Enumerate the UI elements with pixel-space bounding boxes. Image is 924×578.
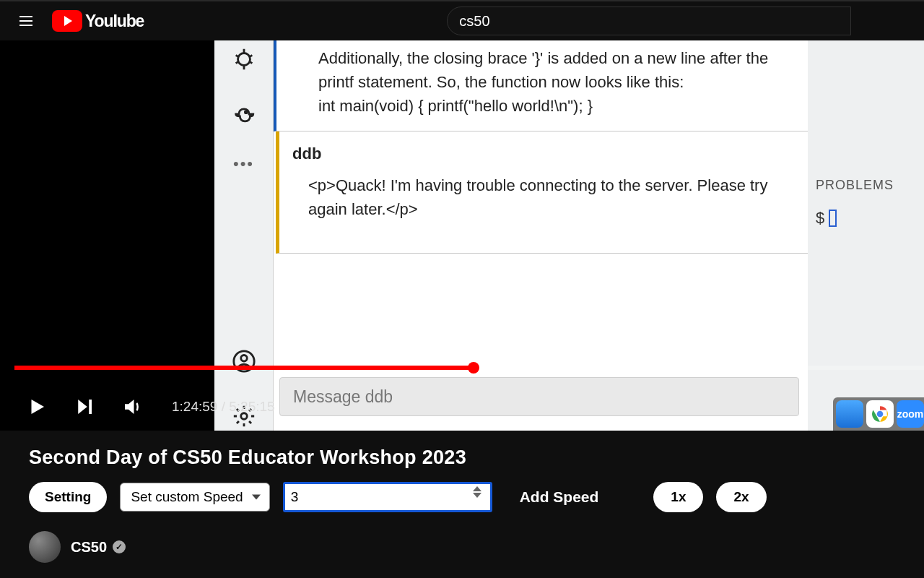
bug-icon: [230, 45, 258, 74]
channel-name-text: CS50: [71, 539, 107, 556]
chat-sender: ddb: [292, 144, 786, 163]
spinner-arrows-icon[interactable]: [473, 486, 487, 498]
channel-avatar[interactable]: [29, 531, 61, 563]
custom-speed-label: Set custom Speed: [131, 489, 243, 504]
player-controls: 1:24:59 / 5:25:15: [0, 383, 924, 431]
custom-speed-input[interactable]: 3: [283, 482, 492, 512]
video-player[interactable]: ••• Additionally, the closing brace '}' …: [0, 40, 924, 431]
time-total: 5:25:15: [229, 399, 274, 414]
more-icon: •••: [233, 155, 254, 173]
chat-message: ddb <p>Quack! I'm having trouble connect…: [276, 131, 808, 254]
add-speed-label: Add Speed: [520, 488, 599, 506]
channel-row: CS50: [29, 531, 895, 563]
video-title: Second Day of CS50 Educator Workshop 202…: [29, 447, 895, 469]
logo-text: YouIube: [85, 12, 144, 31]
svg-point-1: [245, 111, 247, 113]
account-icon: [230, 347, 258, 376]
menu-button[interactable]: [12, 7, 40, 35]
time-sep: /: [222, 399, 230, 414]
setting-button[interactable]: Setting: [29, 482, 107, 512]
custom-speed-select[interactable]: Set custom Speed: [120, 483, 269, 512]
volume-button[interactable]: [121, 396, 143, 418]
next-button[interactable]: [74, 396, 95, 418]
problems-panel: PROBLEMS $: [816, 178, 924, 228]
chat-prev-message: Additionally, the closing brace '}' is a…: [274, 40, 808, 131]
svg-point-0: [237, 53, 250, 66]
custom-speed-value: 3: [291, 489, 299, 505]
timecode: 1:24:59 / 5:25:15: [172, 399, 275, 415]
chat-body: <p>Quack! I'm having trouble connecting …: [292, 173, 786, 221]
speed-2x-button[interactable]: 2x: [716, 482, 766, 512]
problems-header: PROBLEMS: [816, 178, 924, 193]
search-input[interactable]: [459, 13, 839, 30]
terminal-prompt: $: [816, 209, 924, 228]
channel-name[interactable]: CS50: [71, 539, 126, 556]
topbar: YouIube: [0, 0, 924, 40]
play-logo-icon: [52, 10, 82, 32]
progress-played: [14, 366, 474, 370]
youtube-logo[interactable]: YouIube: [52, 10, 144, 32]
progress-bar[interactable]: [14, 366, 924, 370]
prompt-symbol: $: [816, 209, 824, 228]
svg-point-3: [240, 355, 247, 362]
duck-icon: [230, 100, 258, 129]
play-button[interactable]: [26, 396, 48, 418]
speed-extension-row: Setting Set custom Speed 3 Add Speed 1x …: [29, 482, 895, 512]
speed-1x-button[interactable]: 1x: [653, 482, 703, 512]
chat-line: Additionally, the closing brace '}' is a…: [318, 46, 786, 94]
time-current: 1:24:59: [172, 399, 217, 414]
verified-badge-icon: [113, 540, 126, 553]
terminal-cursor-icon: [829, 210, 837, 227]
chat-panel: Additionally, the closing brace '}' is a…: [274, 40, 808, 431]
below-video: Second Day of CS50 Educator Workshop 202…: [0, 431, 924, 563]
video-frame-content: ••• Additionally, the closing brace '}' …: [214, 40, 924, 431]
ide-activity-bar: •••: [214, 40, 274, 431]
search-box[interactable]: [447, 7, 851, 35]
chat-code-line: int main(void) { printf("hello world!\n"…: [318, 94, 786, 118]
